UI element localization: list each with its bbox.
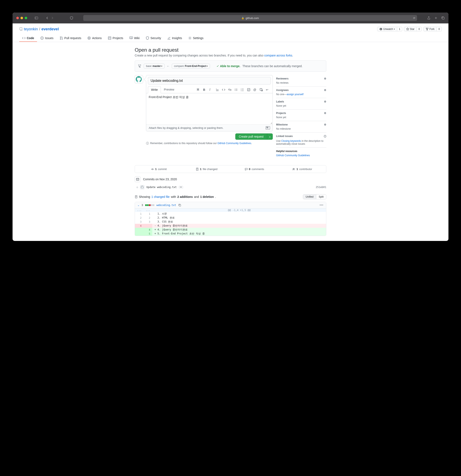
summary-comments[interactable]: 0 comments (230, 165, 278, 173)
share-icon[interactable] (427, 16, 430, 20)
base-branch-button[interactable]: base: master ▾ (144, 64, 165, 68)
summary-commits[interactable]: 1 commit (135, 165, 183, 173)
watch-count[interactable]: 1 (397, 27, 402, 31)
browser-titlebar: 🔒 github.com ⟳ (13, 13, 448, 23)
project-icon (108, 36, 111, 40)
merge-status: Able to merge. (216, 64, 240, 68)
diff-kebab[interactable]: ••• (320, 204, 324, 207)
sidebar-toggle-icon[interactable] (35, 16, 38, 20)
fork-count[interactable]: 0 (437, 27, 442, 31)
tasklist-icon[interactable] (247, 88, 250, 91)
bold-icon[interactable]: B (203, 88, 206, 91)
gear-icon[interactable]: ⚙ (324, 123, 326, 126)
check-icon (216, 65, 219, 68)
mention-icon[interactable]: @ (253, 88, 257, 91)
merge-note: These branches can be automatically merg… (242, 64, 302, 68)
closing-keywords-link[interactable]: Closing keywords (281, 139, 301, 142)
repo-owner-link[interactable]: teyonkin (24, 27, 38, 31)
pr-body-textarea[interactable]: Front-End Project 초반 작성 중 ◢ (146, 93, 273, 125)
svg-point-8 (60, 37, 61, 37)
tab-actions[interactable]: Actions (85, 35, 105, 42)
guideline-link[interactable]: GitHub Community Guidelines (218, 142, 251, 145)
compare-forks-link[interactable]: compare across forks (264, 54, 292, 57)
tab-issues[interactable]: Issues (37, 35, 56, 42)
commit-ellipsis[interactable]: ••• (179, 186, 183, 188)
tab-pull-requests[interactable]: Pull requests (57, 35, 84, 42)
tab-security[interactable]: Security (143, 35, 164, 42)
commits-group-icon (135, 176, 141, 182)
create-pr-dropdown[interactable]: ▾ (267, 133, 273, 140)
gear-icon[interactable]: ⚙ (324, 77, 326, 80)
gear-icon (188, 36, 192, 40)
tab-code[interactable]: Code (19, 35, 37, 42)
tab-insights[interactable]: Insights (164, 35, 185, 42)
quote-icon[interactable] (216, 88, 219, 91)
create-pr-button[interactable]: Create pull request (235, 133, 267, 140)
italic-icon[interactable]: I (209, 88, 213, 91)
pr-title-input[interactable] (148, 77, 271, 85)
tabs-icon[interactable] (441, 16, 445, 20)
unified-button[interactable]: Unified (303, 195, 316, 199)
nav-back-icon[interactable] (46, 16, 49, 20)
svg-point-3 (426, 28, 427, 28)
diff-box: ⌄ 3 webcoding.txt ••• ......@@ -1,4 +1,5… (135, 202, 326, 236)
tab-wiki[interactable]: Wiki (127, 35, 142, 42)
changed-file-link[interactable]: 1 changed file (151, 195, 170, 198)
gear-icon[interactable]: ⚙ (324, 100, 326, 103)
window-minimize[interactable] (20, 17, 23, 19)
ul-icon[interactable] (234, 88, 238, 91)
tab-preview[interactable]: Preview (161, 86, 177, 93)
commit-message[interactable]: Update webcoding.txt (146, 186, 177, 189)
reload-icon[interactable]: ⟳ (413, 17, 415, 20)
shield-icon (146, 36, 149, 40)
window-close[interactable] (16, 17, 19, 19)
copy-icon[interactable] (178, 204, 181, 207)
window-zoom[interactable] (25, 17, 27, 19)
new-tab-icon[interactable] (434, 16, 438, 20)
tab-settings[interactable]: Settings (185, 35, 206, 42)
tab-write[interactable]: Write (148, 86, 161, 93)
diff-filename[interactable]: webcoding.txt (156, 204, 176, 207)
unwatch-button[interactable]: Unwatch ▾ (377, 27, 397, 31)
repo-name-link[interactable]: everdevel (42, 27, 59, 31)
link-icon[interactable] (228, 88, 231, 91)
fork-button[interactable]: Fork (423, 27, 437, 31)
guideline-note: Remember, contributions to this reposito… (146, 142, 273, 145)
compare-branch-button[interactable]: compare: Front-End-Project ▾ (172, 64, 210, 68)
code-icon[interactable] (222, 88, 225, 91)
commit-sha[interactable]: 251eb01 (316, 186, 326, 189)
attach-hint[interactable]: Attach files by dragging & dropping, sel… (146, 125, 273, 131)
gear-icon[interactable]: ⚙ (324, 112, 326, 115)
nav-forward-icon (51, 16, 54, 20)
gear-icon[interactable]: ⚙ (324, 89, 326, 92)
diff-table: ......@@ -1,4 +1,5 @@ 11 1. 서문22 2. HTML… (135, 209, 326, 236)
reviewers-title: Reviewers (276, 77, 289, 80)
reply-icon[interactable]: ↩ (266, 88, 269, 91)
summary-contributors[interactable]: 1 contributor (278, 165, 326, 173)
split-button[interactable]: Split (316, 195, 326, 199)
heading-icon[interactable]: H (197, 88, 200, 91)
svg-rect-23 (242, 89, 244, 89)
assignees-title: Assignees (276, 89, 289, 92)
resize-handle[interactable]: ◢ (270, 122, 272, 124)
avatar[interactable] (135, 75, 143, 84)
info-icon[interactable]: ⓘ (324, 135, 326, 138)
svg-text:3: 3 (241, 90, 241, 91)
assign-yourself-link[interactable]: assign yourself (287, 93, 304, 96)
svg-rect-2 (442, 17, 444, 19)
tab-projects[interactable]: Projects (105, 35, 126, 42)
book-icon (129, 36, 133, 40)
chevron-down-icon[interactable]: ⌄ (137, 204, 139, 207)
resources-link[interactable]: GitHub Community Guidelines (276, 154, 310, 157)
star-count[interactable]: 0 (417, 27, 422, 31)
ol-icon[interactable]: 123 (241, 88, 244, 91)
shield-icon[interactable] (70, 16, 73, 20)
url-bar[interactable]: 🔒 github.com ⟳ (83, 15, 417, 21)
star-button[interactable]: Star (404, 27, 417, 31)
issue-icon (40, 36, 44, 40)
play-icon (87, 36, 91, 40)
markdown-badge[interactable]: M↓ (266, 126, 270, 129)
summary-files[interactable]: 1 file changed (183, 165, 231, 173)
commit-avatar[interactable] (140, 185, 144, 189)
crossref-icon[interactable] (260, 88, 263, 91)
